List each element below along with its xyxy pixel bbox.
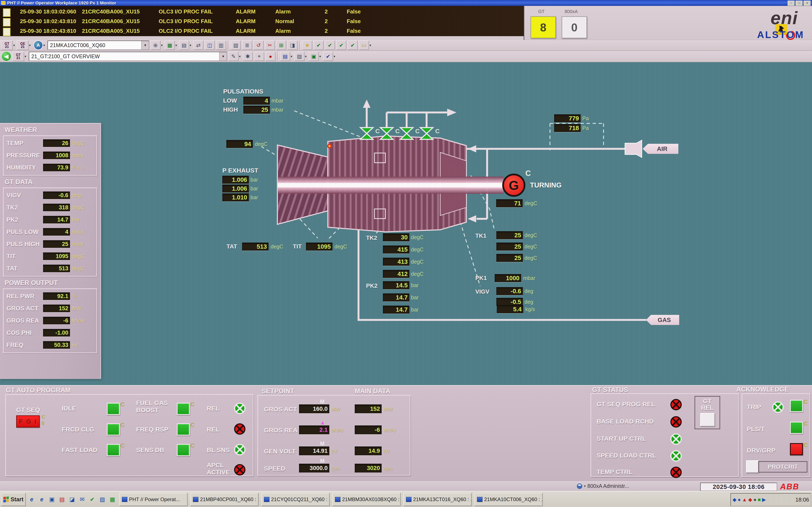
gros-rea-setpoint[interactable]: 2.1 [299, 426, 329, 434]
minimize-button[interactable]: − [788, 1, 795, 6]
dropdown-caret-icon[interactable]: ▾ [161, 43, 163, 47]
tk2-value[interactable]: 415 [383, 245, 410, 253]
tit-value[interactable]: 1095 [306, 242, 332, 250]
pk2-value[interactable]: 14.7 [383, 293, 410, 301]
toolbar-check-icon[interactable]: ✔ [336, 41, 346, 50]
check-icon[interactable]: ✔ [88, 495, 97, 504]
dropdown-caret-icon[interactable]: ▾ [239, 54, 241, 58]
tk1-value[interactable]: 25 [496, 254, 523, 262]
tat-value[interactable]: 513 [43, 265, 70, 272]
tray-alert-icon[interactable]: ▲ [742, 497, 747, 503]
dropdown-caret-icon[interactable]: ▾ [319, 54, 321, 58]
report-icon[interactable]: ▨ [295, 52, 305, 61]
alarm-state-icon[interactable] [3, 8, 10, 17]
word-icon[interactable]: ✔ [323, 52, 333, 61]
idle-button[interactable] [107, 403, 120, 415]
gt21-menu-button[interactable]: GT21 [1, 40, 13, 50]
fast-load-button[interactable] [107, 444, 120, 456]
combobox-dropdown-icon[interactable]: ▾ [141, 41, 149, 49]
record-icon[interactable]: ● [265, 52, 275, 61]
tk2-value[interactable]: 318 [43, 204, 70, 211]
aspect-globe-icon[interactable]: A [34, 41, 43, 50]
tk2-value[interactable]: 412 [383, 270, 410, 278]
generator-temp-value[interactable]: 71 [496, 199, 523, 207]
vigv-value[interactable]: -0.5 [496, 298, 523, 306]
desktop-icon[interactable]: ▣ [48, 495, 56, 504]
app-shortcut-icon[interactable]: ▨ [98, 495, 107, 504]
task-button-21mbp40cp001[interactable]: 21MBP40CP001_XQ60 : ... [190, 493, 259, 506]
toolbar-refresh-icon[interactable]: ↺ [253, 41, 263, 50]
tk1-value[interactable]: 25 [496, 242, 523, 250]
pdf-icon[interactable]: ▤ [58, 495, 66, 504]
tit-value[interactable]: 1095 [43, 252, 70, 260]
back-button[interactable]: ◀ [1, 51, 11, 61]
pointer-icon[interactable]: ✱ [243, 52, 253, 61]
humidity-value[interactable]: 73.9 [43, 164, 70, 171]
alarm-row[interactable]: 25-09-30 18:03:02:060 21CRC40BA006_XU15 … [0, 7, 524, 15]
fgi-button[interactable]: F G I [16, 415, 40, 428]
temp-value[interactable]: 26 [43, 139, 70, 147]
pk2-value[interactable]: 14.7 [383, 305, 410, 314]
alarm-row[interactable]: 25-09-30 18:02:43:810 21CRC40BA006_XU15 … [0, 16, 524, 25]
dropdown-caret-icon[interactable]: ▾ [29, 43, 31, 47]
combobox-dropdown-icon[interactable]: ▾ [219, 52, 227, 61]
sens-db-button[interactable] [177, 444, 190, 456]
gros-act-setpoint[interactable]: 160.0 [299, 404, 329, 413]
freq-value[interactable]: 50.33 [43, 341, 70, 349]
tray-app-icon[interactable]: ◆ [748, 497, 752, 503]
frcd-clg-button[interactable] [107, 424, 120, 436]
dropdown-caret-icon[interactable]: ▾ [190, 43, 191, 47]
toolbar-cut-icon[interactable]: ✂ [265, 41, 275, 50]
zoom-target-icon[interactable]: ⌖ [254, 52, 264, 61]
app-shortcut-icon[interactable]: ▦ [108, 495, 117, 504]
800xa-alarm-counter[interactable]: 0 [562, 16, 587, 38]
ie-icon[interactable]: e [27, 495, 36, 504]
p-exhaust-value[interactable]: 1.006 [222, 184, 249, 192]
gt-alarm-counter[interactable]: 8 [530, 16, 556, 38]
mail-icon[interactable]: ✉ [78, 495, 86, 504]
toolbar-add-icon[interactable]: ⊞ [276, 41, 286, 50]
toolbar-check-icon[interactable]: ✔ [348, 41, 358, 50]
toolbar-check-icon[interactable]: ✔ [314, 41, 324, 50]
speed-actual[interactable]: 3020 [355, 464, 382, 472]
user-dropdown-icon[interactable]: ▾ [584, 484, 586, 488]
fuel-gas-boost-button[interactable] [177, 403, 190, 415]
tray-network-icon[interactable]: ● [738, 497, 741, 503]
trip-ack-button[interactable] [790, 400, 803, 412]
plst-ack-button[interactable] [790, 421, 803, 434]
taskbar-clock[interactable]: 18:06 [795, 497, 809, 503]
dropdown-caret-icon[interactable]: ▾ [333, 54, 335, 58]
pk2-value[interactable]: 14.5 [383, 281, 410, 289]
excel-icon[interactable]: ▣ [309, 52, 319, 61]
tk2-value[interactable]: 413 [383, 258, 410, 266]
toolbar-trend-icon[interactable]: ▤ [179, 41, 189, 50]
toolbar-pane-icon[interactable]: ◨ [288, 41, 298, 50]
display-selector-combobox[interactable]: 21_GT:2100_GT OVERVIEW ▾ [29, 52, 227, 61]
ie-icon[interactable]: e [38, 495, 46, 504]
task-button-21mka10ct006[interactable]: 21MKA10CT006_XQ60 : ... [474, 493, 543, 506]
toolbar-link-icon[interactable]: ⊕ [150, 41, 161, 50]
vigv-value[interactable]: -0.6 [496, 287, 523, 295]
object-selector-combobox[interactable]: 21MKA10CT006_XQ60 ▾ [48, 41, 149, 50]
tray-shield-icon[interactable]: ◆ [733, 497, 736, 503]
inlet-dp-value[interactable]: 718 [554, 124, 581, 132]
tray-volume-icon[interactable]: ● [753, 497, 756, 503]
folder-icon[interactable]: ▭ [359, 41, 369, 50]
gros-act-value[interactable]: 152 [43, 304, 70, 312]
freq-rsp-button[interactable] [177, 424, 190, 436]
app-shortcut-icon[interactable]: ◪ [68, 495, 76, 504]
task-button-pht[interactable]: PHT // Power Operat... [119, 493, 188, 506]
task-button-21mka13ct016[interactable]: 21MKA13CT016_XQ60 : ... [403, 493, 472, 506]
p-exhaust-value[interactable]: 1.010 [222, 193, 249, 202]
alarm-state-icon[interactable] [3, 18, 10, 26]
alarm-state-icon[interactable] [3, 28, 10, 36]
toolbar-grid-icon[interactable]: ◫ [205, 41, 215, 50]
favorites-star-icon[interactable]: ★ [302, 41, 312, 50]
task-button-21cyq01cq211[interactable]: 21CYQ01CQ211_XQ60 : ... [261, 493, 330, 506]
toolbar-doc-icon[interactable]: ≣ [242, 41, 252, 50]
rel-pwr-value[interactable]: 92.1 [43, 292, 70, 300]
tat-value[interactable]: 513 [242, 242, 268, 250]
gen-volt-setpoint[interactable]: 14.91 [299, 446, 329, 455]
toolbar-list-icon[interactable]: ▧ [231, 41, 241, 50]
speed-setpoint[interactable]: 3000.0 [299, 464, 329, 472]
